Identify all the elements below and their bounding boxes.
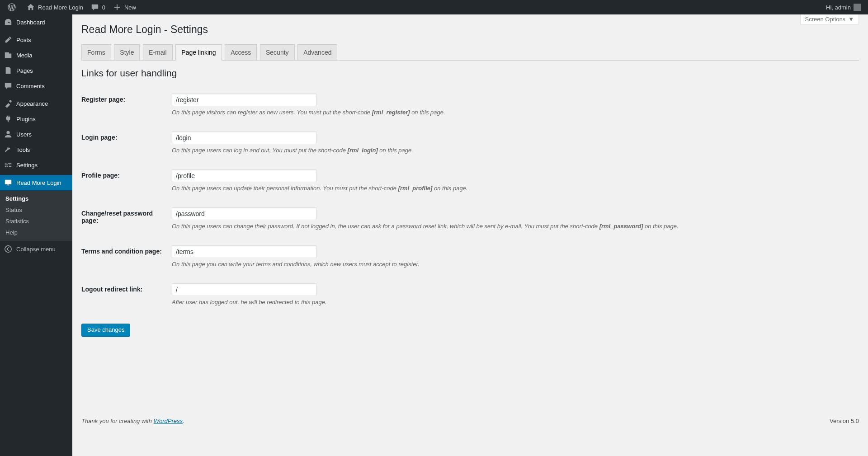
menu-plugins[interactable]: Plugins [0, 111, 72, 127]
menu-users[interactable]: Users [0, 127, 72, 142]
menu-settings[interactable]: Settings [0, 157, 72, 173]
site-name: Read More Login [38, 4, 83, 11]
menu-appearance[interactable]: Appearance [0, 96, 72, 111]
new-content[interactable]: New [109, 0, 140, 14]
tab-advanced[interactable]: Advanced [297, 44, 337, 60]
tabs: Forms Style E-mail Page linking Access S… [81, 44, 859, 61]
logout-input[interactable] [172, 283, 316, 296]
dashboard-icon [4, 18, 13, 27]
version-text: Version 5.0 [830, 418, 859, 424]
logout-description: After user has logged out, he will be re… [172, 299, 854, 306]
pages-icon [4, 66, 13, 75]
wordpress-link[interactable]: WordPress [154, 418, 183, 424]
comments-icon [4, 81, 13, 90]
logout-label: Logout redirect link: [81, 277, 172, 315]
terms-input[interactable] [172, 245, 316, 258]
password-input[interactable] [172, 207, 316, 220]
tab-email[interactable]: E-mail [143, 44, 173, 60]
admin-bar: Read More Login 0 New Hi, admin [0, 0, 868, 14]
svg-point-0 [5, 246, 11, 252]
plus-icon [113, 3, 122, 12]
submenu-settings[interactable]: Settings [0, 193, 72, 204]
login-input[interactable] [172, 132, 316, 144]
menu-read-more-login[interactable]: Read More Login [0, 175, 72, 190]
save-button[interactable]: Save changes [81, 324, 130, 336]
collapse-menu[interactable]: Collapse menu [0, 241, 72, 257]
comments-link[interactable]: 0 [87, 0, 109, 14]
tab-page-linking[interactable]: Page linking [175, 44, 222, 61]
password-description: On this page users can change their pass… [172, 223, 854, 230]
chevron-down-icon: ▼ [848, 16, 854, 23]
settings-icon [4, 160, 13, 169]
submenu-status[interactable]: Status [0, 204, 72, 216]
my-account[interactable]: Hi, admin [822, 0, 864, 14]
submenu-help[interactable]: Help [0, 227, 72, 238]
register-input[interactable] [172, 94, 316, 106]
users-icon [4, 130, 13, 139]
new-label: New [124, 4, 136, 11]
menu-media[interactable]: Media [0, 47, 72, 63]
register-label: Register page: [81, 87, 172, 125]
menu-comments[interactable]: Comments [0, 78, 72, 94]
profile-description: On this page users can update their pers… [172, 185, 854, 192]
submenu-read-more-login: Settings Status Statistics Help [0, 190, 72, 241]
menu-dashboard[interactable]: Dashboard [0, 14, 72, 30]
register-description: On this page visitors can register as ne… [172, 109, 854, 116]
menu-pages[interactable]: Pages [0, 63, 72, 78]
admin-menu: Dashboard Posts Media Pages Comments [0, 14, 72, 456]
tab-access[interactable]: Access [225, 44, 257, 60]
tools-icon [4, 145, 13, 154]
plugins-icon [4, 114, 13, 123]
comment-icon [90, 3, 99, 12]
comments-count: 0 [102, 4, 105, 11]
monitor-icon [4, 178, 13, 187]
page-title: Read More Login - Settings [81, 19, 859, 38]
tab-security[interactable]: Security [260, 44, 295, 60]
menu-posts[interactable]: Posts [0, 32, 72, 47]
login-label: Login page: [81, 125, 172, 163]
section-title: Links for user handling [81, 68, 859, 79]
tab-forms[interactable]: Forms [81, 44, 111, 60]
appearance-icon [4, 99, 13, 108]
login-description: On this page users can log in and out. Y… [172, 147, 854, 154]
profile-label: Profile page: [81, 163, 172, 201]
site-link[interactable]: Read More Login [23, 0, 87, 14]
terms-label: Terms and condition page: [81, 239, 172, 277]
profile-input[interactable] [172, 169, 316, 182]
wp-logo[interactable] [4, 0, 23, 14]
posts-icon [4, 35, 13, 44]
media-icon [4, 51, 13, 60]
collapse-icon [4, 244, 13, 254]
wordpress-icon [7, 3, 16, 12]
greeting-text: Hi, admin [826, 4, 851, 11]
password-label: Change/reset password page: [81, 201, 172, 239]
menu-tools[interactable]: Tools [0, 142, 72, 157]
submenu-statistics[interactable]: Statistics [0, 216, 72, 227]
terms-description: On this page you can write your terms an… [172, 261, 854, 268]
home-icon [26, 3, 35, 12]
screen-options-toggle[interactable]: Screen Options ▼ [800, 14, 859, 24]
avatar-icon [854, 4, 861, 11]
footer: Thank you for creating with WordPress. V… [81, 418, 859, 424]
tab-style[interactable]: Style [114, 44, 140, 60]
settings-form: Register page: On this page visitors can… [81, 87, 859, 315]
